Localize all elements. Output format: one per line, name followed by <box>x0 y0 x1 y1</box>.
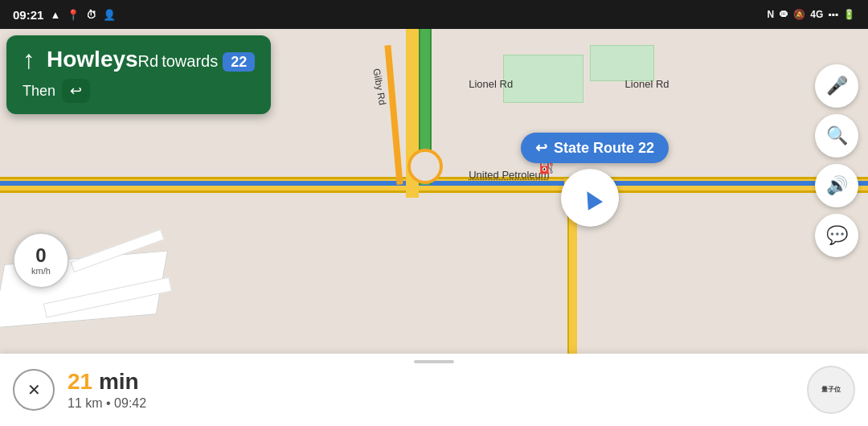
close-navigation-button[interactable]: ✕ <box>13 369 55 411</box>
user-icon: 👤 <box>103 9 116 21</box>
brand-logo: 量子位 <box>807 366 855 414</box>
battery-icon: 🔋 <box>843 9 855 20</box>
right-buttons: 🎤 🔍 🔊 💬 <box>815 64 858 257</box>
pin-icon: 📍 <box>67 9 80 21</box>
map-area[interactable]: Lionel Rd Lionel Rd Gilby Rd United Petr… <box>0 29 868 354</box>
eta-time: 21 min <box>68 369 807 395</box>
details-separator: • <box>106 396 111 410</box>
gps-location-arrow: ▲ <box>561 169 619 227</box>
signal-bars: ▪▪▪ <box>828 9 838 20</box>
time-display: 09:21 <box>13 8 43 22</box>
nav-street-info: HowleysRdtowards22 <box>47 47 255 72</box>
mic-button[interactable]: 🎤 <box>815 64 858 108</box>
lionel-rd-label-1: Lionel Rd <box>469 78 513 90</box>
clock-icon: ⏱ <box>86 9 96 21</box>
fuel-station-label: United Petroleum <box>469 169 549 181</box>
mic-icon: 🎤 <box>826 76 848 96</box>
navigation-card: ↑ HowleysRdtowards22 Then ↩ <box>6 35 271 114</box>
bottom-bar: ✕ 21 min 11 km • 09:42 量子位 <box>0 354 868 426</box>
time-value: 21 <box>68 369 92 394</box>
status-left: 09:21 ▲ 📍 ⏱ 👤 <box>13 8 116 22</box>
nav-then-label: Then <box>23 83 55 100</box>
nav-then-turn-arrow: ↩ <box>62 79 90 103</box>
speed-indicator: 0 km/h <box>13 232 69 289</box>
green-patch-2 <box>590 45 654 81</box>
gps-arrow-icon: ▲ <box>569 176 611 219</box>
status-bar: 09:21 ▲ 📍 ⏱ 👤 N ⭖ 🔕 4G ▪▪▪ 🔋 <box>0 0 868 29</box>
nav-route-badge: 22 <box>223 52 255 72</box>
close-icon: ✕ <box>27 380 41 399</box>
green-patch-1 <box>503 55 583 103</box>
search-button[interactable]: 🔍 <box>815 114 858 158</box>
route-badge: ↩ State Route 22 <box>521 133 669 163</box>
lionel-rd-label-2: Lionel Rd <box>625 78 669 90</box>
nav-towards: towards <box>162 52 218 70</box>
sound-icon: 🔕 <box>793 9 805 20</box>
speed-value: 0 <box>35 245 46 266</box>
feedback-button[interactable]: 💬 <box>815 214 858 257</box>
eta-value: 09:42 <box>114 396 146 410</box>
bluetooth-icon: ⭖ <box>779 9 788 20</box>
distance-value: 11 km <box>68 396 103 410</box>
navigation-info: 21 min 11 km • 09:42 <box>68 369 807 411</box>
location-icon: ▲ <box>50 9 60 21</box>
time-unit: min <box>92 369 139 394</box>
feedback-icon: 💬 <box>826 225 848 246</box>
bottom-handle <box>414 360 454 363</box>
status-right: N ⭖ 🔕 4G ▪▪▪ 🔋 <box>768 9 855 20</box>
search-icon: 🔍 <box>826 125 848 146</box>
logo-text: 量子位 <box>821 386 841 394</box>
nav-then-row: Then ↩ <box>23 79 255 103</box>
signal-icon: 4G <box>810 9 823 20</box>
gps-circle: ▲ <box>561 169 619 227</box>
trip-details: 11 km • 09:42 <box>68 396 807 411</box>
volume-icon: 🔊 <box>826 175 848 196</box>
nfc-icon: N <box>768 9 775 20</box>
speed-unit: km/h <box>31 266 51 276</box>
nav-street-type: Rd <box>138 52 159 70</box>
nav-card-top: ↑ HowleysRdtowards22 <box>23 47 255 72</box>
nav-street-name: Howleys <box>47 47 138 72</box>
route-badge-arrow: ↩ <box>535 139 547 157</box>
route-badge-text: State Route 22 <box>554 140 654 157</box>
roundabout <box>407 149 443 184</box>
volume-button[interactable]: 🔊 <box>815 164 858 207</box>
nav-direction-arrow: ↑ <box>23 47 35 72</box>
